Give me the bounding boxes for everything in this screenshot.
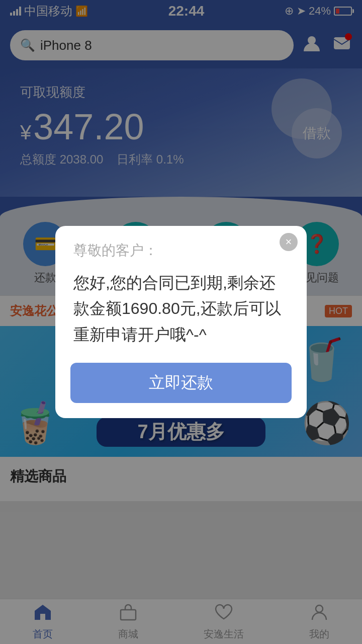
modal-title: 尊敬的客户： xyxy=(55,226,307,265)
modal-body: 您好,您的合同已到期,剩余还款金额1690.80元,还款后可以重新申请开户哦^-… xyxy=(55,265,307,363)
modal-dialog: × 尊敬的客户： 您好,您的合同已到期,剩余还款金额1690.80元,还款后可以… xyxy=(55,226,307,418)
modal-close-button[interactable]: × xyxy=(280,233,298,251)
modal-overlay[interactable]: × 尊敬的客户： 您好,您的合同已到期,剩余还款金额1690.80元,还款后可以… xyxy=(0,0,362,644)
modal-action-button[interactable]: 立即还款 xyxy=(70,363,292,403)
